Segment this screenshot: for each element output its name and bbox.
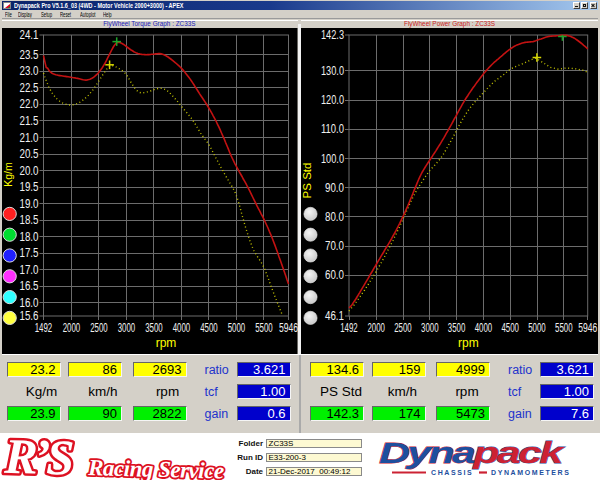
svg-text:19.0: 19.0 [20,196,39,210]
svg-text:17.0: 17.0 [20,262,39,276]
svg-text:16.5: 16.5 [20,279,39,293]
svg-text:1492: 1492 [35,321,53,335]
svg-text:21.5: 21.5 [20,114,39,128]
svg-text:90.0: 90.0 [325,180,344,194]
svg-text:DYNAMOMETERS: DYNAMOMETERS [491,469,570,476]
svg-text:5000: 5000 [228,321,246,335]
svg-text:Racing Service: Racing Service [87,455,224,480]
svg-text:rpm: rpm [156,335,177,349]
svg-text:R’S: R’S [3,433,73,480]
svg-text:CHASSIS: CHASSIS [431,469,473,476]
svg-text:21.0: 21.0 [20,130,39,144]
svg-text:3500: 3500 [145,321,163,335]
svg-text:5500: 5500 [555,321,573,335]
svg-text:23.5: 23.5 [20,47,39,61]
svg-text:4500: 4500 [200,321,218,335]
svg-text:60.0: 60.0 [325,268,344,282]
svg-text:4500: 4500 [501,321,519,335]
svg-text:120.0: 120.0 [321,93,344,107]
svg-text:4000: 4000 [173,321,191,335]
svg-text:5500: 5500 [255,321,273,335]
svg-text:2500: 2500 [90,321,108,335]
svg-text:18.5: 18.5 [20,213,39,227]
svg-text:2500: 2500 [394,321,412,335]
svg-text:PS Std: PS Std [301,162,313,198]
svg-text:2000: 2000 [63,321,81,335]
svg-text:142.3: 142.3 [321,28,344,42]
svg-text:5946: 5946 [279,321,298,335]
svg-text:20.0: 20.0 [20,163,39,177]
svg-text:16.0: 16.0 [20,295,39,309]
svg-text:Dynapack: Dynapack [379,437,565,469]
svg-text:1492: 1492 [340,321,358,335]
svg-text:80.0: 80.0 [325,210,344,224]
svg-text:130.0: 130.0 [321,63,344,77]
svg-text:3000: 3000 [421,321,439,335]
svg-text:110.0: 110.0 [321,122,344,136]
svg-text:70.0: 70.0 [325,239,344,253]
svg-text:2000: 2000 [367,321,385,335]
svg-text:19.5: 19.5 [20,180,39,194]
svg-text:17.5: 17.5 [20,246,39,260]
svg-text:100.0: 100.0 [321,151,344,165]
svg-text:rpm: rpm [458,335,479,349]
svg-text:Kg/m: Kg/m [2,161,14,186]
svg-text:5946: 5946 [578,321,597,335]
svg-text:5000: 5000 [528,321,546,335]
svg-text:3500: 3500 [447,321,465,335]
svg-text:22.0: 22.0 [20,97,39,111]
svg-text:23.0: 23.0 [20,64,39,78]
svg-text:18.0: 18.0 [20,229,39,243]
svg-text:4000: 4000 [474,321,492,335]
svg-text:22.5: 22.5 [20,80,39,94]
svg-text:24.1: 24.1 [20,28,39,42]
svg-text:3000: 3000 [118,321,136,335]
svg-text:20.5: 20.5 [20,147,39,161]
